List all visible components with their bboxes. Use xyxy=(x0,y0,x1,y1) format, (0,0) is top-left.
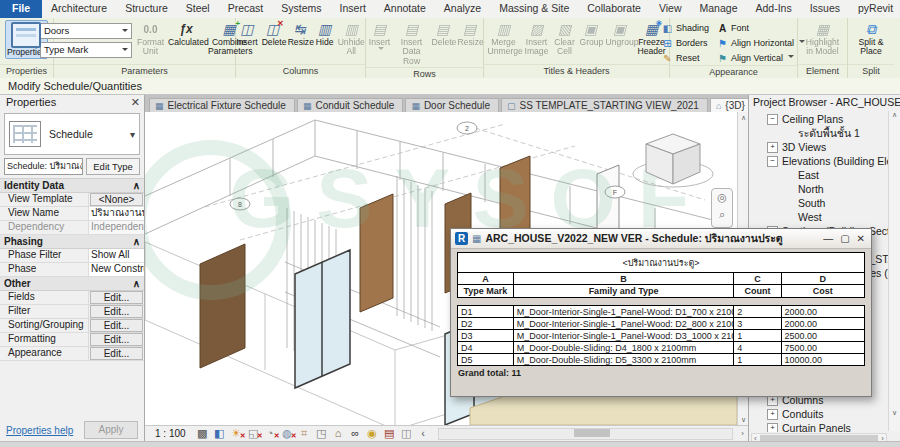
tree-item-elevations[interactable]: −Elevations (Building Elevation) xyxy=(749,154,900,168)
zoom-icon[interactable]: ⌕ xyxy=(712,206,732,223)
steering-wheel-icon[interactable]: ◎ xyxy=(712,189,732,206)
tab-insert[interactable]: Insert xyxy=(331,0,375,18)
tree-item-east[interactable]: East xyxy=(749,168,900,182)
tab-annotate[interactable]: Annotate xyxy=(375,0,435,18)
rendering-icon[interactable]: ◍ xyxy=(281,427,294,440)
tab-analyze[interactable]: Analyze xyxy=(435,0,490,18)
calculated-button[interactable]: ƒx Calculated xyxy=(167,20,205,48)
column-header[interactable]: Type Mark xyxy=(458,285,514,298)
column-header[interactable]: Family and Type xyxy=(513,285,734,298)
column-letter[interactable]: A xyxy=(458,273,514,285)
tab-precast[interactable]: Precast xyxy=(219,0,273,18)
format-unit-button[interactable]: 0.0 Format Unit xyxy=(136,20,165,58)
edit-type-button[interactable]: Edit Type xyxy=(86,158,140,175)
schedule-title-cell[interactable]: <ปริมาณงานประตู> xyxy=(458,253,865,273)
tab-add-ins[interactable]: Add-Ins xyxy=(746,0,800,18)
align-horizontal-button[interactable]: ⚑Align Horizontal xyxy=(717,36,805,50)
displaced-elements-icon[interactable]: ◫ xyxy=(400,427,413,440)
browser-vertical-scrollbar[interactable]: ∧∨ xyxy=(888,111,900,431)
shadows-icon[interactable]: ◱ xyxy=(247,427,260,440)
scroll-down-icon[interactable]: ∨ xyxy=(889,409,900,417)
collapse-toggle-icon[interactable]: − xyxy=(767,156,778,167)
tab-systems[interactable]: Systems xyxy=(272,0,330,18)
apply-button[interactable]: Apply xyxy=(84,421,138,439)
view-cube[interactable] xyxy=(627,126,719,202)
cell[interactable]: D2 xyxy=(458,318,514,330)
tree-item-3d-views[interactable]: +3D Views xyxy=(749,140,900,154)
tree-item-conduits[interactable]: +Conduits xyxy=(749,407,900,421)
sun-study-icon[interactable]: ◔ xyxy=(264,427,277,440)
scroll-up-icon[interactable]: ∧ xyxy=(889,111,900,119)
tab-architecture[interactable]: Architecture xyxy=(42,0,116,18)
cell[interactable]: M_Door-Double-Sliding: D4_1800 x 2100mm xyxy=(513,342,734,354)
ungroup-button[interactable]: ▣Ungroup xyxy=(605,20,635,48)
scrollbar-thumb[interactable] xyxy=(574,429,610,437)
crop-region-visibility-icon[interactable]: ◳ xyxy=(315,427,328,440)
expand-toggle-icon[interactable]: + xyxy=(767,409,778,420)
tree-item-south[interactable]: South xyxy=(749,196,900,210)
view-tab-electrical-fixture-schedule[interactable]: ▦Electrical Fixture Schedule xyxy=(149,98,295,112)
column-letter[interactable]: B xyxy=(513,273,734,285)
schedule-window-titlebar[interactable]: R ▦ ARC_HOUSE_V2022_NEW VER - Schedule: … xyxy=(451,229,871,249)
tab-issues[interactable]: Issues xyxy=(801,0,849,18)
properties-help-link[interactable]: Properties help xyxy=(6,425,73,436)
parameter-combobox[interactable]: Type Mark xyxy=(40,42,132,58)
hide-column-button[interactable]: ▥Hide xyxy=(315,20,335,48)
view-template-value[interactable]: <None> xyxy=(90,193,143,206)
cell[interactable]: 2500.00 xyxy=(781,330,864,342)
file-tab[interactable]: File xyxy=(0,0,42,18)
close-icon[interactable]: ✕ xyxy=(131,96,140,112)
cell[interactable]: 2000.00 xyxy=(781,306,864,318)
insert-data-row-button[interactable]: ▤Insert Data Row xyxy=(395,20,429,67)
column-letter[interactable]: D xyxy=(781,273,864,285)
view-tab-starting-view[interactable]: ▢SS TEMPLATE_STARTING VIEW_2021 xyxy=(501,98,708,112)
split-and-place-button[interactable]: ⧉Split & Place xyxy=(853,20,889,58)
collapse-toggle-icon[interactable]: − xyxy=(767,114,778,125)
type-selector[interactable]: Schedule ▾ xyxy=(4,113,140,155)
cell[interactable]: D1 xyxy=(458,306,514,318)
insert-row-button[interactable]: ▤Insert xyxy=(367,20,393,58)
tab-steel[interactable]: Steel xyxy=(177,0,219,18)
instance-selector[interactable]: Schedule: ปริมาณงานปร⌄ xyxy=(4,158,83,175)
merge-unmerge-button[interactable]: ▥Merge Unmerge xyxy=(487,20,521,58)
tree-item-level-1[interactable]: ระดับพื้นชั้น 1 xyxy=(749,126,900,140)
reset-button[interactable]: ✎Reset xyxy=(662,51,709,65)
clear-cell-button[interactable]: ▧Clear Cell xyxy=(553,20,577,58)
detail-level-icon[interactable]: ▩ xyxy=(196,427,209,440)
column-letter[interactable]: C xyxy=(734,273,781,285)
cell[interactable]: D3 xyxy=(458,330,514,342)
highlight-in-model-button[interactable]: ▦Highlight in Model xyxy=(802,20,844,58)
crop-view-icon[interactable]: ⌗ xyxy=(298,427,311,440)
minimize-icon[interactable]: — xyxy=(823,234,833,244)
filter-edit-button[interactable]: Edit... xyxy=(90,305,143,318)
section-other[interactable]: Other∧ xyxy=(0,277,144,291)
sun-path-icon[interactable]: ☀ xyxy=(230,427,243,440)
cell[interactable]: M_Door-Interior-Single-1_Panel-Wood: D3_… xyxy=(513,330,734,342)
tab-pyrevit[interactable]: pyRevit xyxy=(849,0,900,18)
column-header[interactable]: Cost xyxy=(781,285,864,298)
tab-massing-site[interactable]: Massing & Site xyxy=(490,0,578,18)
phase-value[interactable]: New Construction xyxy=(89,263,144,276)
visual-style-icon[interactable]: ◧ xyxy=(213,427,226,440)
tab-view[interactable]: View xyxy=(650,0,691,18)
shading-button[interactable]: ◧Shading xyxy=(662,21,709,35)
delete-row-button[interactable]: ▤Delete xyxy=(431,20,455,48)
appearance-edit-button[interactable]: Edit... xyxy=(90,347,143,360)
cell[interactable]: 1 xyxy=(734,354,781,366)
insert-column-button[interactable]: ◫Insert xyxy=(235,20,259,48)
cell[interactable]: 3 xyxy=(734,318,781,330)
cell[interactable]: 4 xyxy=(734,342,781,354)
cell[interactable]: D4 xyxy=(458,342,514,354)
view-name-value[interactable]: ปริมาณงานประตู xyxy=(89,207,144,220)
group-button[interactable]: ▣Group xyxy=(579,20,603,48)
close-icon[interactable]: ✕ xyxy=(857,234,865,244)
scroll-right-icon[interactable]: › xyxy=(741,429,748,438)
resize-column-button[interactable]: ↹Resize xyxy=(287,20,313,48)
maximize-icon[interactable]: ▢ xyxy=(840,234,849,244)
cell[interactable]: 1 xyxy=(734,330,781,342)
reveal-hidden-elements-icon[interactable]: ◉ xyxy=(366,427,379,440)
tab-structure[interactable]: Structure xyxy=(116,0,177,18)
section-phasing[interactable]: Phasing∧ xyxy=(0,235,144,249)
phase-filter-value[interactable]: Show All xyxy=(89,249,144,262)
canvas-horizontal-scrollbar[interactable] xyxy=(438,428,734,440)
